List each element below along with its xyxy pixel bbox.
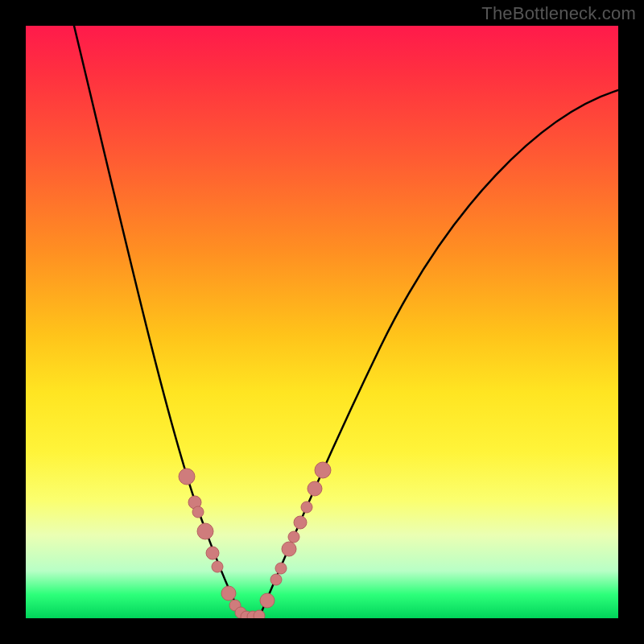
chart-marker [212,561,223,572]
chart-marker [192,506,204,518]
chart-marker [308,481,322,496]
chart-marker [197,523,213,539]
chart-plot-area [26,26,618,618]
chart-marker [270,574,282,585]
chart-marker [288,531,299,543]
chart-marker [275,563,287,574]
chart-marker [315,462,331,478]
chart-marker [221,586,236,601]
chart-frame: TheBottleneck.com [0,0,644,644]
chart-marker [179,469,195,485]
chart-marker [260,593,275,608]
chart-svg [26,26,618,618]
chart-marker [254,610,265,618]
chart-marker [206,547,219,559]
chart-marker [301,502,312,513]
chart-marker [282,542,296,556]
chart-markers [179,462,331,618]
chart-curve [74,26,618,617]
watermark-text: TheBottleneck.com [481,3,636,24]
chart-marker [294,516,307,529]
